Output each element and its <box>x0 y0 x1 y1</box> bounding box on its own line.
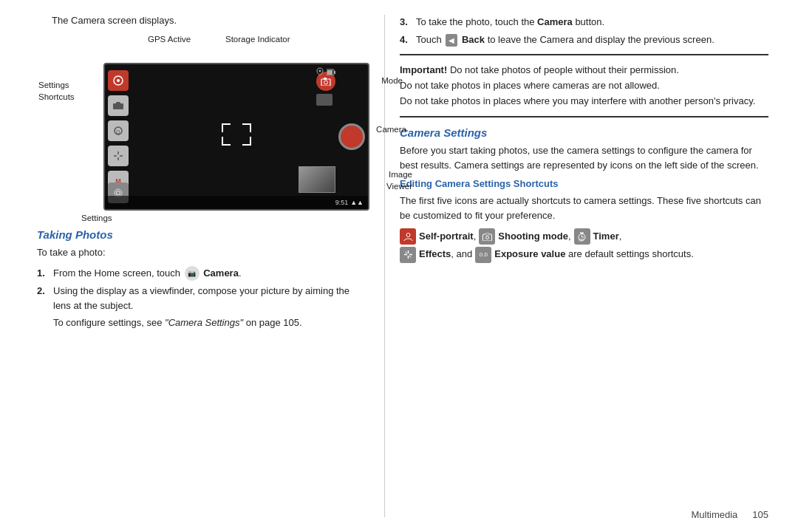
exposure-icon: 0.0 <box>475 247 491 263</box>
shortcuts-row: Self-portrait, Shooting mode, OP Timer, <box>400 228 768 245</box>
shortcut-icon-2 <box>108 95 129 116</box>
step-1: 1. From the Home screen, touch 📷 Camera. <box>37 266 362 282</box>
svg-point-19 <box>406 233 410 236</box>
shortcuts-row-2: Effects, and 0.0 Exposure value are defa… <box>400 246 768 262</box>
step-3: 3. To take the photo, touch the Camera b… <box>400 15 768 30</box>
effects-icon <box>400 247 416 263</box>
step-2: 2. Using the display as a viewfinder, co… <box>37 284 362 313</box>
shortcut-icon-3: Q <box>108 120 129 141</box>
image-viewer-label: ImageViewer <box>386 168 412 192</box>
taking-photos-intro: To take a photo: <box>37 245 362 260</box>
taking-photos-title: Taking Photos <box>37 228 362 241</box>
svg-rect-12 <box>321 79 330 86</box>
svg-point-13 <box>324 81 328 84</box>
svg-rect-3 <box>116 102 120 104</box>
mode-label: Mode <box>381 76 403 85</box>
settings-shortcuts-label: SettingsShortcuts <box>38 79 75 103</box>
footer-page-number: 105 <box>752 509 768 520</box>
camera-settings-body: Before you start taking photos, use the … <box>400 143 768 172</box>
svg-rect-17 <box>334 71 335 74</box>
svg-point-21 <box>485 236 488 239</box>
camera-screen: Q M <box>103 63 369 211</box>
svg-point-10 <box>117 191 120 195</box>
crosshair <box>222 123 251 146</box>
shooting-mode-icon <box>479 228 495 245</box>
statusbar-icons <box>316 67 335 76</box>
intro-text: The Camera screen displays. <box>52 15 362 26</box>
camera-inline-icon: 📷 <box>185 266 200 281</box>
taking-photos-steps: 1. From the Home screen, touch 📷 Camera.… <box>37 266 362 330</box>
svg-rect-26 <box>580 232 584 233</box>
status-bar: 9:51 ▲▲ <box>105 196 368 209</box>
shortcut-icon-4 <box>108 146 129 166</box>
shortcut-icon-1 <box>108 70 129 91</box>
svg-text:Q: Q <box>116 129 120 135</box>
camera-settings-title: Camera Settings <box>400 126 768 139</box>
svg-line-32 <box>405 252 407 254</box>
gps-active-label: GPS Active <box>148 33 191 45</box>
shutter-button[interactable] <box>338 123 365 150</box>
step-configure: To configure settings, see "Camera Setti… <box>37 316 362 330</box>
important-label: Important! <box>400 64 447 75</box>
svg-rect-20 <box>482 234 491 241</box>
timer-icon: OP <box>574 228 590 245</box>
back-icon: ◀ <box>446 34 457 47</box>
footer-section: Multimedia <box>691 509 737 520</box>
settings-bottom-label: Settings <box>81 214 362 222</box>
footer: Multimedia 105 <box>691 509 768 520</box>
svg-line-33 <box>409 256 412 258</box>
svg-point-1 <box>117 79 120 82</box>
editing-shortcuts-body: The first five icons are actually shortc… <box>400 194 768 222</box>
svg-point-15 <box>319 70 321 72</box>
camera-label: Camera <box>376 125 406 134</box>
svg-rect-2 <box>113 103 123 109</box>
important-block: Important! Do not take photos of people … <box>400 54 768 117</box>
mode-icons <box>316 72 335 106</box>
right-steps: 3. To take the photo, touch the Camera b… <box>400 15 768 47</box>
screen-left-icons: Q M <box>108 70 129 191</box>
self-portrait-icon <box>400 228 416 245</box>
svg-rect-22 <box>485 233 489 235</box>
svg-text:OP: OP <box>579 238 584 242</box>
editing-shortcuts-title: Editing Camera Settings Shortcuts <box>400 178 768 189</box>
storage-indicator-label: Storage Indicator <box>225 33 290 45</box>
svg-rect-18 <box>327 70 332 75</box>
image-viewer-thumb <box>299 166 335 193</box>
svg-rect-14 <box>324 78 327 80</box>
step-4: 4. Touch ◀ Back to leave the Camera and … <box>400 33 768 47</box>
